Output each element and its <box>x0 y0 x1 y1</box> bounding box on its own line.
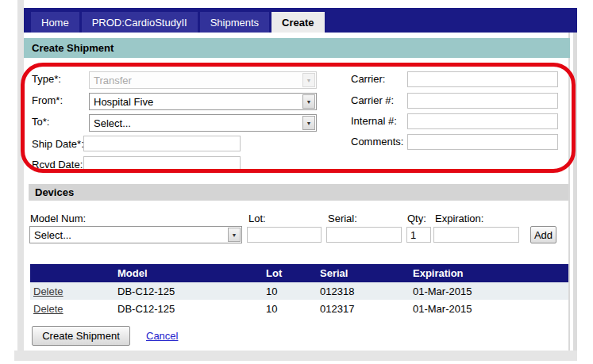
nav-bar: Home PROD:CardioStudyII Shipments Create <box>24 8 577 33</box>
type-select-value: Transfer <box>94 75 132 86</box>
chevron-down-icon: ▼ <box>302 73 315 87</box>
tab-create[interactable]: Create <box>271 12 324 33</box>
comments-label: Comments: <box>351 136 403 148</box>
rcvd-date-input[interactable] <box>83 156 241 172</box>
serial-cell: 012318 <box>314 282 406 300</box>
from-select[interactable]: Hospital Five ▼ <box>89 93 317 110</box>
type-select: Transfer ▼ <box>89 71 317 89</box>
create-shipment-section-header: Create Shipment <box>24 38 570 58</box>
model-num-label: Model Num: <box>30 213 86 224</box>
page-frame-bottom <box>14 351 577 361</box>
devices-section-header: Devices <box>29 184 568 201</box>
model-cell: DB-C12-125 <box>111 282 260 300</box>
expiration-cell: 01-Mar-2015 <box>406 300 568 317</box>
from-label: From*: <box>32 94 63 106</box>
chevron-down-icon[interactable]: ▼ <box>228 228 241 242</box>
expiration-input[interactable] <box>433 227 519 243</box>
internal-num-label: Internal #: <box>351 115 397 127</box>
action-column-header <box>30 264 111 282</box>
comments-input[interactable] <box>407 134 558 150</box>
model-num-select-value: Select... <box>34 229 71 241</box>
expiration-label: Expiration: <box>435 213 483 224</box>
devices-table: Model Lot Serial Expiration Delete DB-C1… <box>30 264 568 317</box>
serial-label: Serial: <box>328 213 357 224</box>
carrier-num-label: Carrier #: <box>351 94 394 106</box>
tab-prod-cardiostudyii[interactable]: PROD:CardioStudyII <box>82 12 198 33</box>
carrier-label: Carrier: <box>351 73 385 85</box>
carrier-input[interactable] <box>407 71 558 87</box>
table-row: Delete DB-C12-125 10 012317 01-Mar-2015 <box>30 300 568 317</box>
create-shipment-button[interactable]: Create Shipment <box>32 326 130 346</box>
to-select-value: Select... <box>94 117 131 129</box>
page-frame-left <box>17 0 24 351</box>
from-select-value: Hospital Five <box>94 96 153 108</box>
chevron-down-icon[interactable]: ▼ <box>302 94 315 109</box>
page-frame-right <box>568 33 577 351</box>
model-column-header: Model <box>111 264 260 282</box>
tab-shipments[interactable]: Shipments <box>200 12 269 33</box>
ship-date-input[interactable] <box>83 136 241 151</box>
qty-label: Qty: <box>407 213 426 224</box>
lot-cell: 10 <box>260 282 314 300</box>
add-device-button[interactable]: Add <box>530 226 556 243</box>
lot-label: Lot: <box>248 213 266 224</box>
lot-cell: 10 <box>260 300 314 317</box>
tab-home[interactable]: Home <box>31 12 79 33</box>
serial-input[interactable] <box>326 227 402 243</box>
lot-column-header: Lot <box>260 264 314 282</box>
create-shipment-page: Home PROD:CardioStudyII Shipments Create… <box>0 0 593 364</box>
table-header-row: Model Lot Serial Expiration <box>30 264 568 282</box>
internal-num-input[interactable] <box>407 113 558 129</box>
delete-link[interactable]: Delete <box>33 303 64 315</box>
expiration-cell: 01-Mar-2015 <box>406 282 568 300</box>
cancel-link[interactable]: Cancel <box>146 330 178 342</box>
model-cell: DB-C12-125 <box>111 300 260 317</box>
rcvd-date-label: Rcvd Date: <box>32 159 83 171</box>
table-row: Delete DB-C12-125 10 012318 01-Mar-2015 <box>30 282 568 300</box>
to-select[interactable]: Select... ▼ <box>89 114 317 132</box>
serial-cell: 012317 <box>314 300 406 317</box>
lot-input[interactable] <box>247 227 322 243</box>
delete-link[interactable]: Delete <box>33 285 64 297</box>
type-label: Type*: <box>32 73 61 85</box>
to-label: To*: <box>32 116 49 128</box>
model-num-select[interactable]: Select... ▼ <box>29 226 242 243</box>
ship-date-label: Ship Date*: <box>32 138 84 150</box>
carrier-num-input[interactable] <box>407 93 558 109</box>
serial-column-header: Serial <box>314 264 406 282</box>
expiration-column-header: Expiration <box>406 264 568 282</box>
qty-input[interactable] <box>406 227 431 243</box>
chevron-down-icon[interactable]: ▼ <box>302 116 315 130</box>
